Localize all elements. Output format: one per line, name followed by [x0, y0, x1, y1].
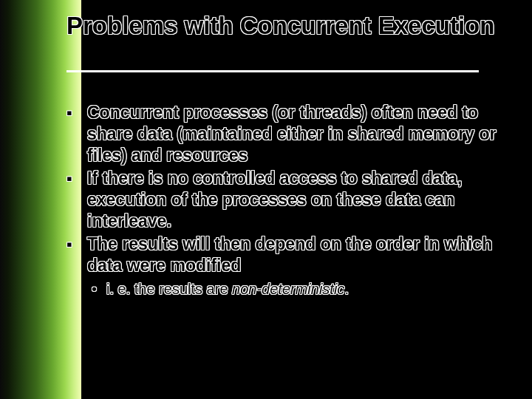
bullet-item: ▪ Concurrent processes (or threads) ofte… [66, 102, 510, 166]
slide-title: Problems with Concurrent Execution [66, 13, 502, 39]
sub-emph: non-deterministic [232, 281, 344, 297]
sub-suffix: . [344, 281, 349, 297]
slide-body: ▪ Concurrent processes (or threads) ofte… [66, 102, 510, 299]
bullet-text: If there is no controlled access to shar… [87, 168, 510, 232]
title-underline [66, 70, 479, 72]
square-bullet-icon: ▪ [66, 168, 87, 189]
bullet-item: ▪ If there is no controlled access to sh… [66, 168, 510, 232]
dot-bullet-icon: • [92, 279, 106, 299]
sub-prefix: i. e. the results are [106, 281, 232, 297]
square-bullet-icon: ▪ [66, 233, 87, 255]
square-bullet-icon: ▪ [66, 102, 87, 123]
sub-bullet-item: • i. e. the results are non-deterministi… [92, 279, 510, 299]
sub-bullet-text: i. e. the results are non-deterministic. [106, 279, 510, 299]
bullet-text: Concurrent processes (or threads) often … [87, 102, 510, 166]
slide: Problems with Concurrent Execution ▪ Con… [0, 0, 532, 399]
bullet-text: The results will then depend on the orde… [87, 233, 510, 276]
bullet-item: ▪ The results will then depend on the or… [66, 233, 510, 276]
